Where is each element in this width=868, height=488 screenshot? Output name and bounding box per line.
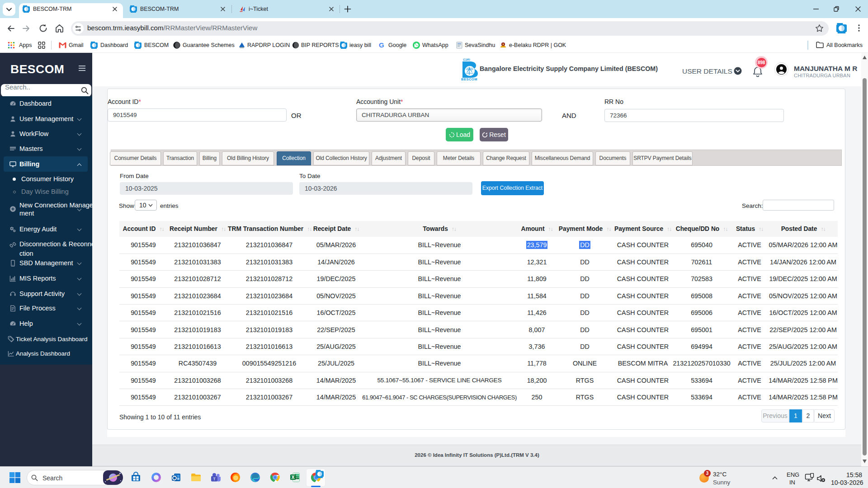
svg-text:X: X: [292, 475, 295, 480]
svg-text:T: T: [213, 477, 216, 481]
